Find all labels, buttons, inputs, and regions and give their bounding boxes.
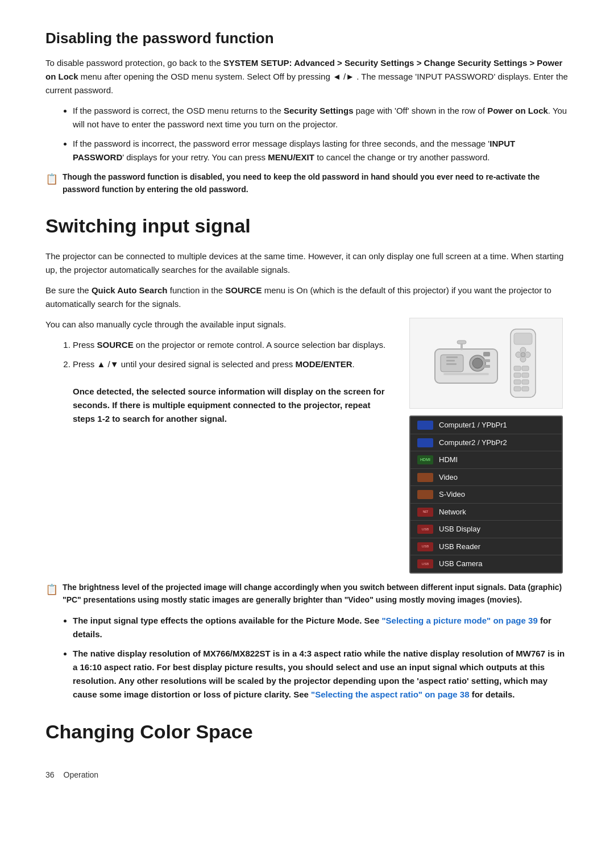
svg-rect-25 [522,380,529,384]
svg-rect-21 [522,366,529,371]
source-menu: Computer1 / YPbPr1 Computer2 / YPbPr2 HD… [409,416,563,574]
note-text-brightness: The brightness level of the projected im… [63,582,569,606]
svg-rect-12 [457,340,466,344]
source-item-computer2: Computer2 / YPbPr2 [410,434,562,452]
source-item-video: Video [410,469,562,487]
left-column: You can also manually cycle through the … [45,318,387,574]
source-icon-computer2 [417,438,433,447]
section1-para1: To disable password protection, go back … [45,56,569,97]
note-brightness: 📋 The brightness level of the projected … [45,582,569,606]
note-icon-2: 📋 [45,582,58,598]
svg-rect-5 [483,359,490,362]
aspect-ratio-link[interactable]: "Selecting the aspect ratio" on page 38 [311,690,469,699]
section2-para3: You can also manually cycle through the … [45,318,387,331]
list-item: If the password is incorrect, the passwo… [73,137,569,164]
svg-rect-6 [483,365,490,368]
source-icon-usb-reader: USB [417,542,433,551]
source-item-usb-camera: USB USB Camera [410,555,562,572]
source-label-network: Network [439,506,466,518]
list-item: Press ▲ /▼ until your desired signal is … [73,358,387,426]
section1-title: Disabling the password function [45,27,569,49]
source-icon-svideo [417,490,433,499]
section2-title: Switching input signal [45,211,569,240]
svg-rect-26 [514,387,521,391]
svg-rect-14 [514,333,532,344]
page-number: 36 [45,769,55,781]
source-icon-computer1 [417,421,433,430]
source-item-usb-display: USB USB Display [410,521,562,538]
section2-bullets: The input signal type effects the option… [73,614,569,701]
steps-list: Press SOURCE on the projector or remote … [73,338,387,426]
source-label-usb-reader: USB Reader [439,541,480,553]
source-icon-network: NET [417,508,433,517]
note-text: Though the password function is disabled… [63,171,569,196]
source-icon-usb-display: USB [417,525,433,534]
section2-para2: Be sure the Quick Auto Search function i… [45,284,569,311]
source-icon-hdmi: HDMI [417,455,433,464]
svg-rect-9 [446,363,457,365]
source-label-usb-display: USB Display [439,524,480,535]
svg-rect-22 [514,373,521,377]
remote-svg [506,326,540,400]
svg-rect-27 [522,387,529,391]
section1-bullets: If the password is correct, the OSD menu… [73,104,569,164]
svg-rect-24 [514,380,521,384]
two-column-layout: You can also manually cycle through the … [45,318,569,574]
source-icon-usb-camera: USB [417,559,433,568]
right-column: Computer1 / YPbPr1 Computer2 / YPbPr2 HD… [404,318,569,574]
list-item: Press SOURCE on the projector or remote … [73,338,387,352]
device-illustration [409,318,563,409]
source-item-usb-reader: USB USB Reader [410,538,562,556]
svg-point-19 [521,352,525,357]
svg-rect-23 [522,373,529,377]
source-item-hdmi: HDMI HDMI [410,451,562,469]
source-label-svideo: S-Video [439,489,465,500]
section2-para1: The projector can be connected to multip… [45,250,569,277]
section1-note: 📋 Though the password function is disabl… [45,171,569,196]
picture-mode-link[interactable]: "Selecting a picture mode" on page 39 [381,616,537,625]
projector-svg [432,338,500,389]
svg-rect-7 [446,356,458,358]
svg-rect-4 [483,352,490,356]
source-label-video: Video [439,472,458,483]
source-label-hdmi: HDMI [439,454,458,466]
source-item-svideo: S-Video [410,486,562,504]
list-item: If the password is correct, the OSD menu… [73,104,569,131]
source-label-computer2: Computer2 / YPbPr2 [439,437,507,448]
svg-rect-8 [446,360,455,362]
list-item: The native display resolution of MX766/M… [73,647,569,701]
source-item-computer1: Computer1 / YPbPr1 [410,417,562,434]
section3-title: Changing Color Space [45,717,569,746]
source-label-computer1: Computer1 / YPbPr1 [439,420,507,431]
source-label-usb-camera: USB Camera [439,558,483,570]
footer: 36 Operation [45,769,569,781]
svg-rect-10 [443,373,489,375]
svg-point-3 [472,358,483,368]
source-item-network: NET Network [410,504,562,521]
footer-section: Operation [64,769,98,781]
list-item: The input signal type effects the option… [73,614,569,641]
svg-rect-20 [514,366,521,371]
source-icon-video [417,473,433,482]
note-icon: 📋 [45,172,58,188]
